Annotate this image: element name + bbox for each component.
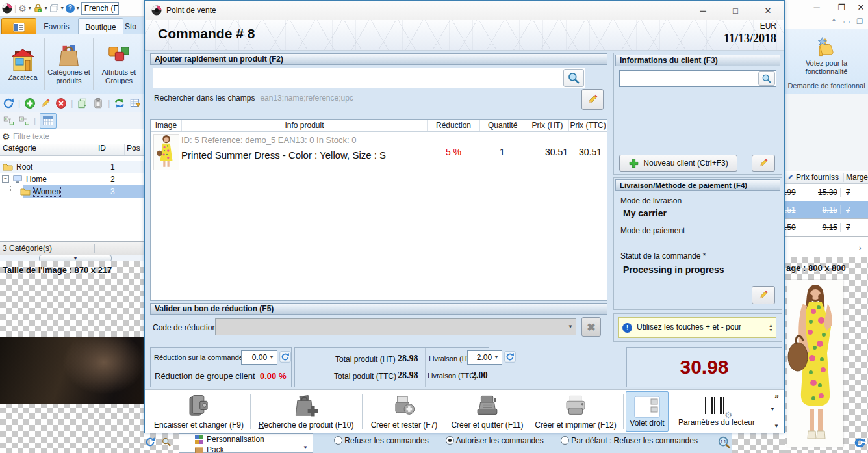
- list-icon: [13, 23, 25, 32]
- shipping-ht-spin[interactable]: 2.00▼: [467, 350, 502, 365]
- cascade-icon[interactable]: ❐: [856, 18, 863, 26]
- new-customer-button[interactable]: Nouveau client (Ctrl+F3): [619, 155, 737, 172]
- overflow-chevrons-icon[interactable]: »: [774, 391, 779, 400]
- app-minimize-button[interactable]: ─: [804, 1, 829, 14]
- ribbon-categories-button[interactable]: Catégories et produits: [47, 37, 91, 92]
- radio-refuse[interactable]: Refuser les commandes: [334, 436, 429, 445]
- coupon-header: Valider un bon de réduction (F5): [150, 303, 607, 315]
- radio-default-refuse[interactable]: Par défaut : Refuser les commandes: [561, 436, 698, 445]
- expand-all-icon[interactable]: [3, 115, 14, 127]
- settings-gear-icon[interactable]: ⚙: [18, 3, 27, 14]
- coupon-code-select[interactable]: ▼: [215, 318, 576, 335]
- app-logo-icon[interactable]: [2, 3, 12, 14]
- edit-search-fields-button[interactable]: [581, 89, 604, 110]
- customer-header: Informations du client (F3): [615, 55, 780, 66]
- add-icon[interactable]: [24, 97, 36, 109]
- right-pane-toggle-button[interactable]: Volet droit: [626, 391, 669, 432]
- collapse-ribbon-icon[interactable]: ⌃: [831, 18, 836, 25]
- gear-dropdown-icon[interactable]: ▾: [29, 6, 31, 11]
- lock-icon[interactable]: [33, 3, 43, 13]
- tab-store[interactable]: Sto: [125, 18, 144, 34]
- discount-refresh-icon[interactable]: [279, 351, 291, 363]
- scanner-settings-button[interactable]: ⚙ Paramètres du lecteur: [671, 391, 762, 432]
- site-icon: [13, 175, 23, 183]
- dialog-minimize-button[interactable]: ─: [687, 1, 719, 19]
- refresh-icon[interactable]: [3, 97, 14, 109]
- tree-row-home[interactable]: − Home 2: [0, 173, 144, 185]
- price-row[interactable]: .99 15.30 7: [785, 183, 868, 201]
- help-dropdown-icon[interactable]: ▾: [77, 6, 79, 11]
- category-table-header[interactable]: Catégorie ID Pos: [0, 144, 144, 156]
- create-print-button[interactable]: Créer et imprimer (F12): [531, 391, 620, 432]
- pencil-icon: [758, 157, 769, 169]
- tree-row-women[interactable]: Women 3: [0, 185, 144, 198]
- customer-search-input[interactable]: [619, 70, 776, 87]
- tree-toolbar: |: [0, 112, 144, 129]
- collapse-all-icon[interactable]: [18, 115, 30, 127]
- delete-icon[interactable]: [55, 97, 67, 109]
- order-items-header[interactable]: Image Info produit Réduction Quantité Pr…: [151, 120, 607, 132]
- zoom-1to1-icon[interactable]: 1:1: [717, 435, 732, 450]
- menu-item-personnalisation[interactable]: Personnalisation: [195, 435, 264, 444]
- dialog-close-button[interactable]: ✕: [752, 1, 784, 19]
- order-date: 11/13/2018: [724, 32, 776, 45]
- app-restore-button[interactable]: ❐: [829, 1, 854, 14]
- vote-feature-button[interactable]: Votez pour la fonctionnalité: [794, 31, 859, 81]
- shipping-refresh-icon[interactable]: [504, 351, 516, 363]
- create-stay-button[interactable]: Créer et rester (F7): [364, 391, 444, 432]
- search-fields-row: Rechercher dans les champs ean13;name;re…: [154, 94, 353, 103]
- windows-dropdown-icon[interactable]: ▾: [61, 6, 64, 11]
- menu-item-pack[interactable]: Pack: [195, 445, 224, 453]
- product-search-input[interactable]: [153, 68, 585, 88]
- product-search-button[interactable]: [563, 69, 584, 87]
- menu-scroll-down-icon[interactable]: ▼: [303, 445, 308, 450]
- customer-search-button[interactable]: [758, 71, 775, 86]
- bar-more-icon[interactable]: ▼: [774, 424, 779, 429]
- tab-boutique[interactable]: Boutique: [78, 18, 123, 36]
- app-ribbon: Zacateca Catégories et produits Attribut…: [0, 34, 144, 95]
- app-close-button[interactable]: ✕: [854, 1, 868, 14]
- tree-row-root[interactable]: Root 1: [0, 161, 144, 173]
- lock-dropdown-icon[interactable]: ▾: [45, 6, 47, 11]
- radio-allow[interactable]: Autoriser les commandes: [446, 436, 544, 445]
- grid-edit-icon[interactable]: [129, 97, 141, 109]
- order-discount-spin[interactable]: 0.00▼: [241, 350, 277, 365]
- edit-customer-button[interactable]: [752, 155, 775, 172]
- refresh-icon[interactable]: [854, 437, 864, 448]
- language-select[interactable]: French (F: [81, 2, 119, 15]
- paste-icon[interactable]: [92, 97, 104, 109]
- magnifier-icon[interactable]: [161, 437, 172, 447]
- ribbon-zacateca-button[interactable]: Zacateca: [3, 37, 43, 92]
- refresh-icon[interactable]: [145, 437, 155, 447]
- pay-button[interactable]: Encaisser et changer (F9): [150, 391, 248, 432]
- price-row-selected[interactable]: .51 9.15 7: [785, 201, 868, 219]
- hint-scroll-spinner[interactable]: ▲▼: [769, 323, 773, 332]
- image-size-label: Taille de l'image : 870 x 217: [3, 265, 112, 275]
- copy-icon[interactable]: [77, 97, 88, 109]
- create-quit-button[interactable]: Créer et quitter (F11): [445, 391, 530, 432]
- scroll-right-arrow[interactable]: ›: [859, 244, 862, 252]
- tree-collapse-box[interactable]: −: [2, 175, 9, 183]
- price-row[interactable]: .50 9.15 7: [785, 218, 868, 237]
- scanner-dropdown-icon[interactable]: ▼: [770, 407, 775, 412]
- filter-gear-icon[interactable]: ⚙: [0, 131, 12, 142]
- order-status-label: Statut de la commande *: [620, 252, 706, 261]
- price-table-header[interactable]: Prix fourniss Marge: [785, 171, 868, 184]
- coupon-clear-button[interactable]: ✖: [581, 317, 601, 337]
- edit-shipping-button[interactable]: [752, 286, 775, 304]
- tab-home[interactable]: [1, 18, 36, 35]
- grid-view-toggle[interactable]: [40, 113, 57, 129]
- sync-icon[interactable]: [114, 97, 125, 109]
- edit-pencil-icon[interactable]: [40, 97, 51, 109]
- help-icon[interactable]: ?: [66, 4, 75, 13]
- dialog-maximize-button[interactable]: □: [719, 1, 752, 19]
- filter-text-input[interactable]: Filtre texte: [13, 130, 143, 142]
- tab-favoris[interactable]: Favoris: [36, 18, 77, 34]
- product-search-f10-button[interactable]: RRecherche de produit (F10)echerche de p…: [253, 391, 359, 432]
- order-item-row[interactable]: ID: 5 Reference: demo_5 EAN13: 0 In Stoc…: [151, 132, 607, 172]
- dialog-titlebar[interactable]: Point de vente ─ □ ✕: [145, 1, 784, 20]
- minimize-pane-icon[interactable]: ▭: [843, 18, 850, 26]
- ribbon-window-icons: ⌃ ▭ ❐: [785, 14, 868, 29]
- ribbon-attributes-button[interactable]: Attributs et Groupes: [95, 37, 143, 92]
- windows-icon[interactable]: [49, 3, 59, 13]
